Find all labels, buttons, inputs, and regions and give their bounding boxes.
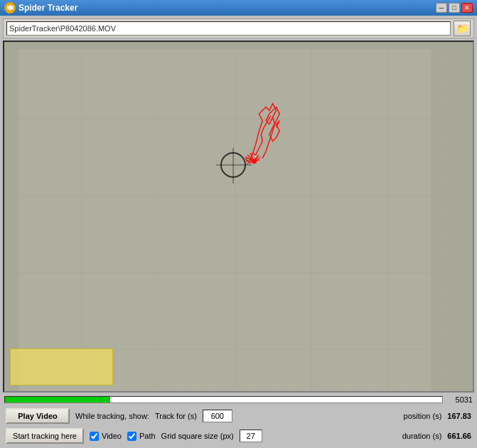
video-checkbox-label: Video — [102, 432, 122, 440]
window-controls: ─ □ ✕ — [436, 3, 473, 13]
maximize-button[interactable]: □ — [449, 3, 460, 13]
controls-row: Play Video While tracking, show: Track f… — [3, 407, 474, 425]
title-text: Spider Tracker — [18, 3, 433, 13]
duration-label: duration (s) — [402, 432, 442, 440]
progress-area: 5031 — [3, 394, 474, 405]
track-for-label: Track for (s) — [155, 412, 197, 420]
yellow-highlight — [10, 348, 113, 385]
toolbar: 📁 — [3, 18, 474, 38]
bottom-row: Start tracking here Video Path Grid squa… — [3, 427, 474, 445]
position-label: position (s) — [404, 412, 442, 420]
progress-bar-container[interactable] — [4, 396, 443, 403]
video-canvas — [3, 41, 474, 393]
grid-overlay — [4, 42, 473, 391]
title-bar: 🕷 Spider Tracker ─ □ ✕ — [0, 0, 477, 16]
video-checkbox-group: Video — [90, 432, 122, 441]
path-checkbox-group: Path — [127, 432, 156, 441]
svg-rect-3 — [4, 42, 473, 391]
start-tracking-button[interactable]: Start tracking here — [6, 428, 84, 444]
play-button[interactable]: Play Video — [6, 408, 70, 424]
path-checkbox[interactable] — [127, 432, 136, 441]
app-icon: 🕷 — [4, 2, 16, 14]
progress-value: 5031 — [446, 395, 473, 404]
window-body: 📁 — [0, 16, 477, 448]
file-path-input[interactable] — [6, 21, 451, 36]
track-for-input[interactable] — [203, 410, 232, 422]
progress-bar-fill — [5, 397, 110, 402]
video-checkbox[interactable] — [90, 432, 99, 441]
grid-size-label: Grid square size (px) — [161, 432, 234, 440]
while-tracking-label: While tracking, show: — [75, 412, 149, 420]
position-value: 167.83 — [447, 412, 471, 420]
browse-folder-button[interactable]: 📁 — [454, 21, 471, 36]
close-button[interactable]: ✕ — [461, 3, 473, 13]
duration-value: 661.66 — [447, 432, 471, 440]
grid-size-input[interactable] — [240, 430, 262, 442]
path-checkbox-label: Path — [139, 432, 156, 440]
minimize-button[interactable]: ─ — [436, 3, 447, 13]
